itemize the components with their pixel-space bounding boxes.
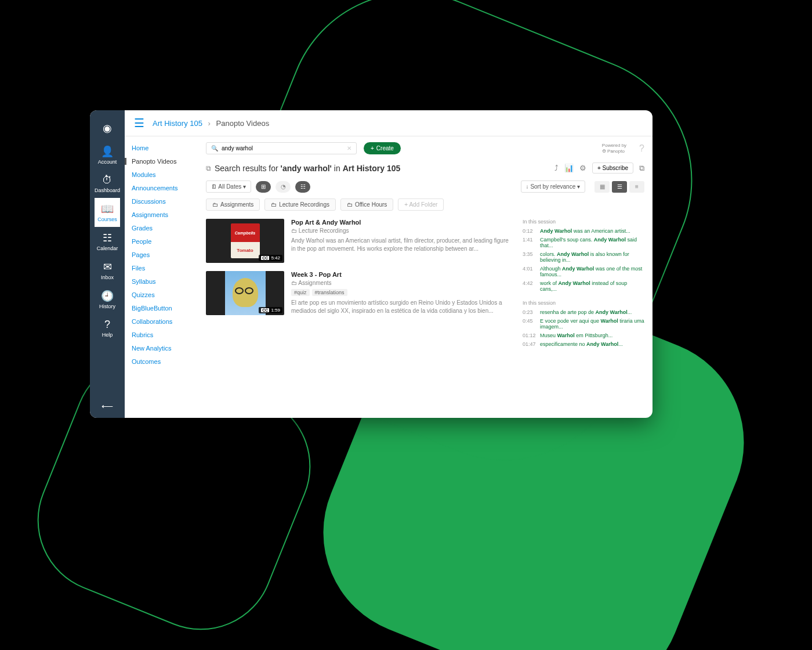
menu-icon[interactable]: ☰ — [134, 116, 144, 130]
video-row: CampbellsTomatoCC5:42Pop Art & Andy Warh… — [206, 219, 511, 263]
duration-badge: CC1:59 — [259, 307, 282, 313]
transcript-line[interactable]: 4:01Although Andy Warhol was one of the … — [523, 266, 644, 277]
timestamp: 0:12 — [523, 228, 536, 234]
global-nav: ◉👤Account⏱Dashboard📖Courses☷Calendar✉Inb… — [90, 110, 125, 418]
course-nav-item[interactable]: Rubrics — [132, 331, 199, 338]
transcript-block: In this session0:12Andy Warhol was an Am… — [523, 219, 644, 292]
search-value: andy warhol — [222, 145, 253, 151]
transcript-line[interactable]: 0:45E voce pode ver aqui que Warhol tira… — [523, 318, 644, 330]
video-title[interactable]: Pop Art & Andy Warhol — [291, 219, 511, 226]
sort-dropdown[interactable]: ↓ Sort by relevance ▾ — [521, 180, 585, 193]
stats-icon[interactable]: 📊 — [564, 164, 574, 172]
course-nav-item[interactable]: Quizzes — [132, 291, 199, 298]
transcript-header: In this session — [523, 300, 644, 306]
dates-filter[interactable]: 🗓 All Dates ▾ — [206, 180, 251, 193]
course-nav-item[interactable]: Modules — [132, 171, 199, 178]
folder-chip[interactable]: 🗀Lecture Recordings — [264, 198, 336, 211]
course-nav-item[interactable]: Syllabus — [132, 278, 199, 285]
transcript-line[interactable]: 4:42work of Andy Warhol instead of soup … — [523, 280, 644, 292]
video-thumbnail[interactable]: CampbellsTomatoCC5:42 — [206, 219, 284, 263]
calendar-icon: ☷ — [103, 232, 112, 244]
nav-calendar[interactable]: ☷Calendar — [95, 227, 120, 256]
folder-chip[interactable]: 🗀Office Hours — [340, 198, 393, 211]
course-nav-item[interactable]: BigBlueButton — [132, 305, 199, 312]
filter-pill-1[interactable]: ⊞ — [256, 181, 271, 193]
clear-search-icon[interactable]: ✕ — [347, 145, 351, 151]
transcript-line[interactable]: 01:47especificamente no Andy Warhol... — [523, 341, 644, 347]
open-external-icon[interactable]: ⧉ — [639, 164, 644, 173]
transcript-line[interactable]: 01:12Museu Warhol em Pittsburgh... — [523, 333, 644, 338]
cc-icon: CC — [261, 308, 269, 312]
course-nav-item[interactable]: Announcements — [132, 185, 199, 192]
inbox-icon: ✉ — [103, 261, 112, 273]
nav-label: Courses — [97, 216, 117, 222]
help-icon[interactable]: ? — [639, 143, 644, 154]
app-window: ◉👤Account⏱Dashboard📖Courses☷Calendar✉Inb… — [90, 110, 652, 418]
tag[interactable]: #translations — [312, 289, 347, 296]
course-nav-item[interactable]: Outcomes — [132, 358, 199, 365]
nav-help[interactable]: ?Help — [95, 314, 120, 342]
gear-icon[interactable]: ⚙ — [579, 164, 586, 172]
nav-label: Dashboard — [95, 187, 120, 193]
create-button[interactable]: + Create — [364, 142, 401, 154]
filter-pill-2[interactable]: ◔ — [276, 181, 291, 193]
view-grid-icon[interactable]: ▦ — [594, 181, 610, 193]
tag[interactable]: #quiz — [291, 289, 310, 296]
course-nav-item[interactable]: Assignments — [132, 211, 199, 218]
course-nav-item[interactable]: Collaborations — [132, 318, 199, 325]
course-nav-item[interactable]: Grades — [132, 225, 199, 232]
timestamp: 4:42 — [523, 280, 536, 292]
course-nav-item[interactable]: Panopto Videos — [125, 158, 199, 165]
nav-courses[interactable]: 📖Courses — [95, 198, 120, 227]
share-icon[interactable]: ⤴ — [554, 164, 559, 172]
nav-label: Account — [98, 159, 117, 165]
panopto-panel: 🔍 andy warhol ✕ + Create Powered by⚙ Pan… — [206, 136, 652, 418]
subscribe-button[interactable]: + Subscribe — [592, 162, 633, 174]
breadcrumb-course[interactable]: Art History 105 — [153, 119, 202, 128]
nav-account[interactable]: 👤Account — [95, 140, 120, 169]
nav-label: History — [99, 304, 115, 309]
course-nav: HomePanopto VideosModulesAnnouncementsDi… — [125, 136, 206, 418]
video-folder[interactable]: 🗀 Assignments — [291, 280, 511, 286]
nav-dashboard[interactable]: ⏱Dashboard — [95, 169, 120, 198]
video-row: CC1:59Week 3 - Pop Art🗀 Assignments#quiz… — [206, 271, 511, 315]
chevron-right-icon: › — [208, 119, 211, 128]
timestamp: 0:45 — [523, 318, 536, 330]
nav-inbox[interactable]: ✉Inbox — [95, 256, 120, 285]
folder-chip[interactable]: 🗀Assignments — [206, 198, 260, 211]
video-folder[interactable]: 🗀 Lecture Recordings — [291, 228, 511, 234]
duration-badge: CC5:42 — [259, 255, 282, 261]
course-nav-item[interactable]: New Analytics — [132, 345, 199, 352]
transcript-line[interactable]: 0:12Andy Warhol was an American artist..… — [523, 228, 644, 234]
add-folder-button[interactable]: + Add Folder — [398, 198, 444, 211]
timestamp: 01:12 — [523, 333, 536, 338]
view-list-icon[interactable]: ☰ — [612, 181, 627, 193]
search-input[interactable]: 🔍 andy warhol ✕ — [206, 142, 357, 154]
folder-icon: 🗀 — [271, 201, 277, 208]
course-nav-item[interactable]: Pages — [132, 251, 199, 258]
nav-label: Help — [102, 332, 113, 338]
transcript-line[interactable]: 1:41Campbell's soup cans. Andy Warhol sa… — [523, 237, 644, 248]
timestamp: 1:41 — [523, 237, 536, 248]
account-icon: 👤 — [101, 145, 114, 158]
course-nav-item[interactable]: Home — [132, 145, 199, 151]
search-icon: 🔍 — [211, 145, 218, 151]
view-detail-icon[interactable]: ≡ — [629, 181, 644, 193]
video-thumbnail[interactable]: CC1:59 — [206, 271, 284, 315]
nav-logo-icon[interactable]: ◉ — [95, 117, 120, 140]
nav-history[interactable]: 🕘History — [95, 285, 120, 314]
course-nav-item[interactable]: People — [132, 238, 199, 245]
collapse-nav-icon[interactable]: ⟵ — [102, 395, 113, 418]
topbar: ☰ Art History 105 › Panopto Videos — [125, 110, 652, 136]
transcript-line[interactable]: 3:35colors. Andy Warhol is also known fo… — [523, 251, 644, 263]
logo-icon-icon: ◉ — [103, 122, 112, 135]
folder-stack-icon: ⧉ — [206, 164, 211, 172]
course-nav-item[interactable]: Discussions — [132, 198, 199, 205]
course-nav-item[interactable]: Files — [132, 265, 199, 272]
transcript-line[interactable]: 0:23resenha de arte pop de Andy Warhol..… — [523, 309, 644, 315]
plus-icon: + — [371, 145, 374, 151]
filter-pill-3[interactable]: ☷ — [295, 181, 310, 193]
folder-icon: 🗀 — [347, 201, 353, 208]
video-description: El arte pop es un movimiento artístico s… — [291, 299, 511, 315]
video-title[interactable]: Week 3 - Pop Art — [291, 271, 511, 278]
